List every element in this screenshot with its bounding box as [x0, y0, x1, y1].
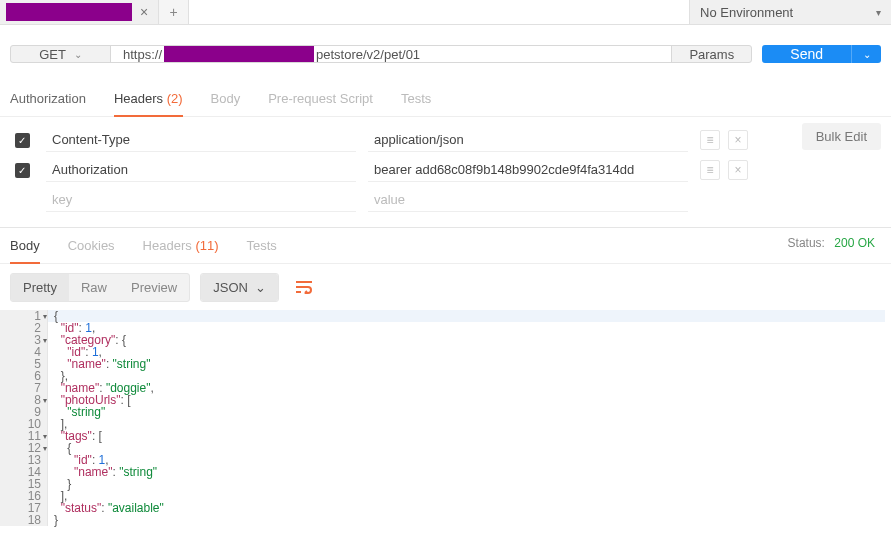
header-row: ✓ Content-Type application/json ≡ ×: [10, 125, 881, 155]
delete-icon[interactable]: ×: [728, 130, 748, 150]
tab-response-cookies[interactable]: Cookies: [68, 228, 115, 263]
status-label: Status:: [788, 236, 825, 250]
bulk-edit-button[interactable]: Bulk Edit: [802, 123, 881, 150]
status-code: 200 OK: [828, 236, 881, 250]
send-dropdown[interactable]: ⌄: [851, 45, 881, 63]
wrap-lines-icon[interactable]: [289, 272, 319, 302]
code-content: { "id": 1, "category": { "id": 1, "name"…: [48, 310, 891, 526]
environment-label: No Environment: [700, 5, 793, 20]
header-value-input[interactable]: application/json: [368, 128, 688, 152]
check-icon: ✓: [15, 163, 30, 178]
pretty-button[interactable]: Pretty: [11, 274, 69, 301]
header-value-input[interactable]: value: [368, 188, 688, 212]
top-bar: × + No Environment ▾: [0, 0, 891, 25]
tabs-zone: × +: [0, 0, 689, 24]
header-actions: ≡ ×: [700, 160, 748, 180]
header-row-empty: key value: [10, 185, 881, 215]
line-gutter: 1▾23▾45678▾91011▾12▾131415161718: [0, 310, 48, 526]
check-icon: ✓: [15, 133, 30, 148]
chevron-down-icon: ▾: [876, 7, 881, 18]
params-button[interactable]: Params: [671, 46, 751, 62]
headers-table: Bulk Edit ✓ Content-Type application/jso…: [0, 117, 891, 219]
tab-response-tests[interactable]: Tests: [247, 228, 277, 263]
reorder-icon[interactable]: ≡: [700, 160, 720, 180]
header-checkbox[interactable]: ✓: [10, 163, 34, 178]
tab-tests[interactable]: Tests: [401, 83, 431, 116]
send-group: Send ⌄: [762, 45, 881, 63]
raw-button[interactable]: Raw: [69, 274, 119, 301]
environment-select[interactable]: No Environment ▾: [689, 0, 891, 24]
close-icon[interactable]: ×: [136, 5, 152, 19]
tab-headers[interactable]: Headers (2): [114, 83, 183, 116]
view-mode-group: Pretty Raw Preview: [10, 273, 190, 302]
format-select[interactable]: JSON ⌄: [200, 273, 279, 302]
response-section-tabs: Body Cookies Headers (11) Tests Status: …: [0, 228, 891, 264]
header-value-input[interactable]: bearer add68c08f9b148b9902cde9f4fa314dd: [368, 158, 688, 182]
header-key-input[interactable]: key: [46, 188, 356, 212]
header-actions: ≡ ×: [700, 130, 748, 150]
tab-response-body[interactable]: Body: [10, 228, 40, 263]
preview-button[interactable]: Preview: [119, 274, 189, 301]
url-input[interactable]: https://petstore/v2/pet/01: [111, 46, 671, 62]
header-checkbox[interactable]: ✓: [10, 133, 34, 148]
delete-icon[interactable]: ×: [728, 160, 748, 180]
tab-title-redacted: [6, 3, 132, 21]
chevron-down-icon: ⌄: [255, 280, 266, 295]
format-bar: Pretty Raw Preview JSON ⌄: [0, 264, 891, 310]
request-tab[interactable]: ×: [0, 0, 159, 24]
chevron-down-icon: ⌄: [863, 49, 871, 60]
header-key-input[interactable]: Authorization: [46, 158, 356, 182]
request-row: GET ⌄ https://petstore/v2/pet/01 Params …: [0, 25, 891, 83]
url-redacted: [164, 46, 314, 62]
request-section-tabs: Authorization Headers (2) Body Pre-reque…: [0, 83, 891, 117]
url-prefix: https://: [123, 47, 162, 62]
http-method-select[interactable]: GET ⌄: [11, 46, 111, 62]
tab-body[interactable]: Body: [211, 83, 241, 116]
header-key-input[interactable]: Content-Type: [46, 128, 356, 152]
response-code-viewer[interactable]: 1▾23▾45678▾91011▾12▾131415161718 { "id":…: [0, 310, 891, 526]
reorder-icon[interactable]: ≡: [700, 130, 720, 150]
add-tab-button[interactable]: +: [159, 0, 189, 24]
http-method-label: GET: [39, 47, 66, 62]
method-url-group: GET ⌄ https://petstore/v2/pet/01 Params: [10, 45, 752, 63]
chevron-down-icon: ⌄: [74, 49, 82, 60]
send-button[interactable]: Send: [762, 45, 851, 63]
url-suffix: petstore/v2/pet/01: [316, 47, 420, 62]
status-zone: Status: 200 OK: [788, 236, 881, 250]
tab-authorization[interactable]: Authorization: [10, 83, 86, 116]
header-row: ✓ Authorization bearer add68c08f9b148b99…: [10, 155, 881, 185]
tab-response-headers[interactable]: Headers (11): [143, 228, 219, 263]
tab-prerequest[interactable]: Pre-request Script: [268, 83, 373, 116]
